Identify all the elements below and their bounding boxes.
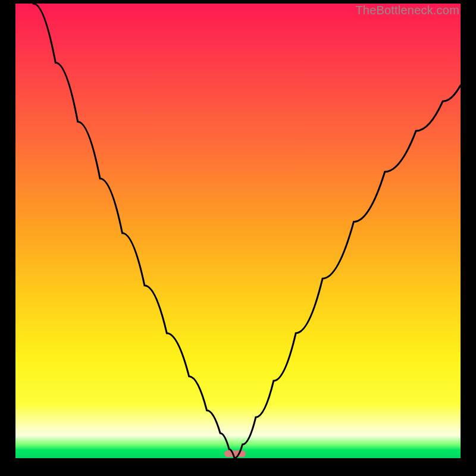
watermark-text: TheBottleneck.com xyxy=(355,4,459,17)
chart-frame: TheBottleneck.com xyxy=(0,0,476,476)
plot-area xyxy=(15,4,461,458)
curve-path xyxy=(33,4,461,458)
bottleneck-curve xyxy=(15,4,461,458)
